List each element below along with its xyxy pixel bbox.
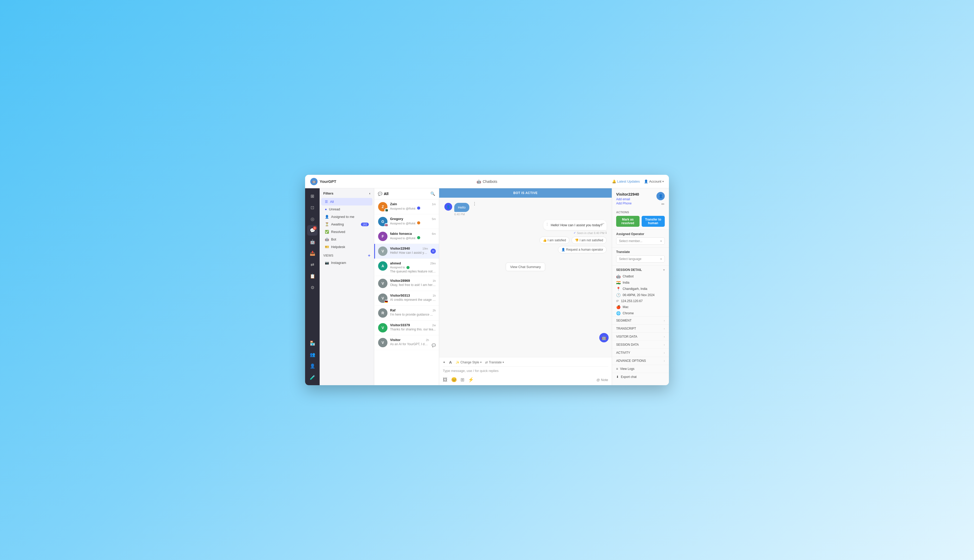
nav-broadcast-icon[interactable]: ◎ <box>307 214 317 224</box>
resolve-btn[interactable]: Mark as resolved <box>616 216 640 227</box>
latest-updates[interactable]: 🔔 Latest Updates <box>612 180 640 183</box>
bot-message-wrapper: Hello ⋮ 6:40 PM <box>454 203 469 216</box>
change-style-btn[interactable]: ✨ Change Style ▾ <box>456 360 481 364</box>
chat-header-visitor28969: Visitor28969 1h <box>390 279 436 283</box>
at-icon: @ <box>596 378 600 382</box>
nav-tasks-icon[interactable]: 📋 <box>307 271 317 281</box>
session-data-item[interactable]: SESSION DATA › <box>612 340 669 348</box>
change-style-label: Change Style <box>461 360 479 364</box>
filter-assigned[interactable]: 👤 Assigned to me <box>321 213 373 220</box>
visitor-data-item[interactable]: VISITOR DATA › <box>612 332 669 340</box>
chat-header-raf: Raf 2h <box>390 308 436 312</box>
nav-contacts-icon[interactable]: 👤 <box>307 361 317 371</box>
image-icon[interactable]: 🖼 <box>443 377 448 383</box>
quick-reply-human[interactable]: 👤 Request a human operator <box>558 246 606 253</box>
view-logs-label: View Logs <box>620 367 634 371</box>
message-options-btn[interactable]: ⋮ <box>473 201 476 206</box>
chat-item-visitor33379[interactable]: V Visitor33379 2w Thanks for sharing thi… <box>374 320 439 335</box>
chat-item-visitor50313[interactable]: V 🇩🇪 Visitor50313 1h AI credits represen… <box>374 291 439 306</box>
chat-input-actions: 🖼 😊 ⊞ ⚡ @ Note <box>443 375 608 383</box>
transcript-label: TRANSCRIPT <box>616 327 636 330</box>
session-ip: IP 124.253.120.67 <box>612 298 669 304</box>
font-icon: A <box>449 360 452 364</box>
chevron-session-data-icon: › <box>664 343 665 346</box>
session-detail-header[interactable]: SESSION DETAIL ▾ <box>612 265 669 273</box>
chat-info-visitor22940: Visitor22940 19m Hello! How can I assist… <box>390 247 428 255</box>
nav-flask-icon[interactable]: 🧪 <box>307 372 317 383</box>
filter-helpdesk[interactable]: 🎫 Helpdesk <box>321 243 373 251</box>
nav-users-icon[interactable]: 👥 <box>307 349 317 360</box>
logo-area: 🤖 YourGPT <box>310 178 336 185</box>
filter-resolved[interactable]: ✅ Resolved <box>321 228 373 236</box>
options-dots[interactable]: ⋮ <box>545 222 549 226</box>
views-add-icon[interactable]: + <box>368 253 370 258</box>
seen-label: Seen in chat <box>577 232 593 235</box>
filter-resolved-icon: ✅ <box>325 230 329 234</box>
ip-label: 124.253.120.67 <box>621 299 642 303</box>
translate-label: Translate <box>489 360 502 364</box>
sparkle-btn[interactable]: ✦ <box>443 360 445 364</box>
filter-awaiting[interactable]: ⏳ Awaiting 182 <box>321 220 373 228</box>
select-language-dropdown[interactable]: Select language ▾ <box>616 255 665 263</box>
filter-bot[interactable]: 🤖 Bot <box>321 236 373 243</box>
nav-inbox-icon[interactable]: 📥 <box>307 248 317 258</box>
chat-item-fabio[interactable]: F fabio fonseca 6m Assigned to @Rohit <box>374 229 439 244</box>
chat-input-toolbar: ✦ A ✨ Change Style ▾ ⇄ Translate ▾ <box>443 360 608 367</box>
search-icon[interactable]: 🔍 <box>430 192 435 196</box>
select-member-dropdown[interactable]: Select member... ▾ <box>616 237 665 245</box>
transcript-item[interactable]: TRANSCRIPT › <box>612 324 669 332</box>
nav-flows-icon[interactable]: ⇄ <box>307 260 317 270</box>
chat-item-ahmed[interactable]: A ahmed 29m Assigned to The queued repli… <box>374 259 439 276</box>
chat-info-visitor50313: Visitor50313 1h AI credits represent the… <box>390 293 436 302</box>
chat-item-visitor28969[interactable]: V Visitor28969 1h Okay, feel free to ask… <box>374 276 439 291</box>
filter-panel: Filters ‹ ☰ All ● Unread 👤 Assigned to m… <box>320 188 374 385</box>
filter-unread[interactable]: ● Unread <box>321 205 373 213</box>
nav-grid-icon[interactable]: ⊞ <box>307 191 317 201</box>
bolt-icon[interactable]: ⚡ <box>468 377 474 383</box>
segment-item[interactable]: SEGMENT › <box>612 317 669 324</box>
quick-reply-not-satisfied[interactable]: 👎 I am not satisfied <box>571 237 606 244</box>
session-chatbot: 🤖 Chatbot <box>612 273 669 280</box>
export-chat-item[interactable]: ⬇ Export chat <box>612 373 669 381</box>
nav-dashboard-icon[interactable]: ⊡ <box>307 202 317 213</box>
info-icon[interactable]: ℹ <box>605 231 606 235</box>
collapse-icon[interactable]: ‹ <box>369 192 370 195</box>
emoji-icon[interactable]: 😊 <box>451 377 457 383</box>
advance-options-item[interactable]: ADVANCE OPTIONS › <box>612 357 669 365</box>
chatbot-icon: 🤖 <box>616 274 621 278</box>
filter-instagram[interactable]: 📷 Instagram <box>321 259 373 267</box>
quick-reply-satisfied[interactable]: 👍 I am satisfied <box>540 237 570 244</box>
account-menu[interactable]: 👤 Account ▾ <box>644 180 664 183</box>
activity-item[interactable]: ACTIVITY › <box>612 348 669 357</box>
filter-awaiting-icon: ⏳ <box>325 222 329 226</box>
grid-icon[interactable]: ⊞ <box>461 377 464 383</box>
nav-settings-icon[interactable]: ⚙ <box>307 282 317 293</box>
font-btn[interactable]: A <box>449 360 452 364</box>
bot-bubble: Hello ⋮ <box>454 203 469 212</box>
chat-item-raf[interactable]: R Raf 2h I'm here to provide guidance ..… <box>374 306 439 320</box>
chevron-style-icon: ▾ <box>480 361 481 363</box>
chat-item-zain[interactable]: Z 🇵🇰 Zain 1m Assigned to @Rohit <box>374 200 439 214</box>
translate-btn[interactable]: ⇄ Translate ▾ <box>485 360 504 364</box>
segment-label: SEGMENT <box>616 319 632 322</box>
chat-item-visitor22940[interactable]: V Visitor22940 19m Hello! How can I assi… <box>374 244 439 259</box>
view-chat-summary-btn[interactable]: View Chat Summary <box>506 263 545 271</box>
translate-header[interactable]: Translate <box>612 248 669 255</box>
transfer-btn[interactable]: Transfer to human <box>642 216 665 227</box>
chat-item-gregory[interactable]: G 🇬🇧 Gregory 5m Assigned to @Rohit <box>374 214 439 229</box>
bot-active-label: BOT IS ACTIVE <box>513 191 538 195</box>
nav-bot-icon[interactable]: 🤖 <box>307 237 317 247</box>
visitor-avatar: 👤 <box>657 192 665 200</box>
note-btn[interactable]: @ Note <box>596 378 608 382</box>
edit-icon[interactable]: ✏ <box>602 222 605 225</box>
account-icon: 👤 <box>644 180 648 183</box>
nav-store-icon[interactable]: 🏪 <box>307 338 317 348</box>
add-email-link[interactable]: Add email <box>616 197 639 201</box>
nav-chat-icon[interactable]: 💬 9 <box>307 225 317 236</box>
chat-item-visitor-last[interactable]: V Visitor 2h As an AI for YourGPT, I don… <box>374 335 439 350</box>
add-phone-link[interactable]: Add Phone <box>616 202 639 205</box>
view-logs-item[interactable]: ≡ View Logs <box>612 365 669 373</box>
edit-visitor-icon[interactable]: ✏ <box>662 202 665 207</box>
assigned-operator-header[interactable]: Assigned Operator <box>612 230 669 237</box>
filter-all[interactable]: ☰ All <box>321 198 373 205</box>
